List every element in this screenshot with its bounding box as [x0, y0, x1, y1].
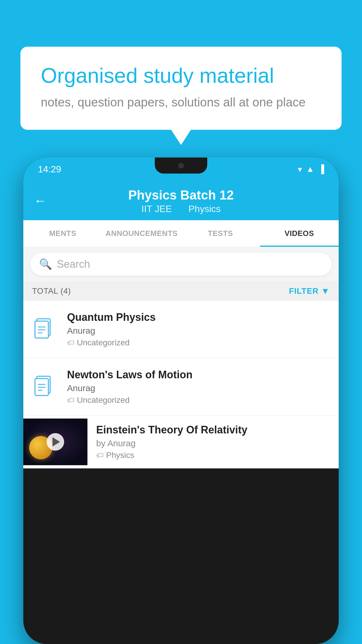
item-title: Quantum Physics [67, 311, 330, 323]
bubble-subtitle: notes, question papers, solutions all at… [41, 95, 321, 109]
list-item[interactable]: Newton's Laws of Motion Anurag 🏷 Uncateg… [23, 358, 339, 416]
play-button[interactable] [47, 433, 64, 451]
item-author: by Anurag [96, 438, 330, 448]
list-item[interactable]: Einstein's Theory Of Relativity by Anura… [23, 416, 339, 468]
header-title: Physics Batch 12 [35, 188, 327, 202]
video-list: Quantum Physics Anurag 🏷 Uncategorized [23, 301, 339, 468]
file-icon [32, 374, 58, 400]
speech-bubble-container: Organised study material notes, question… [20, 47, 342, 130]
battery-icon: ▐ [318, 164, 324, 174]
tab-videos[interactable]: VIDEOS [260, 220, 339, 247]
status-icons: ▾ ▲ ▐ [298, 164, 324, 174]
notch [155, 158, 207, 174]
video-thumbnail [23, 419, 87, 465]
search-placeholder: Search [57, 258, 90, 270]
camera-dot [178, 163, 184, 169]
item-info: Quantum Physics Anurag 🏷 Uncategorized [67, 311, 330, 347]
tag-icon: 🏷 [67, 338, 75, 347]
wifi-icon: ▾ [298, 164, 302, 174]
search-icon: 🔍 [39, 258, 52, 270]
filter-row: TOTAL (4) FILTER ▼ [23, 281, 339, 301]
tab-tests[interactable]: TESTS [181, 220, 260, 247]
app-header: ← Physics Batch 12 IIT JEE Physics [23, 181, 339, 220]
speech-bubble: Organised study material notes, question… [20, 47, 342, 130]
tag-icon: 🏷 [67, 396, 75, 405]
signal-icon: ▲ [306, 164, 314, 174]
item-info: Newton's Laws of Motion Anurag 🏷 Uncateg… [67, 369, 330, 405]
list-item[interactable]: Quantum Physics Anurag 🏷 Uncategorized [23, 301, 339, 358]
back-button[interactable]: ← [34, 193, 47, 208]
item-author: Anurag [67, 383, 330, 393]
tag-icon: 🏷 [96, 451, 104, 460]
phone-content: 🔍 Search TOTAL (4) FILTER ▼ [23, 247, 339, 468]
play-icon [52, 437, 60, 447]
item-tag: 🏷 Uncategorized [67, 396, 330, 405]
filter-icon: ▼ [321, 286, 330, 296]
bubble-title: Organised study material [41, 64, 321, 87]
status-time: 14:29 [38, 164, 61, 175]
header-subtitle: IIT JEE Physics [35, 204, 327, 214]
item-info: Einstein's Theory Of Relativity by Anura… [96, 416, 330, 468]
phone-frame: 14:29 ▾ ▲ ▐ ← Physics Batch 12 IIT JEE P… [23, 158, 339, 644]
tabs: MENTS ANNOUNCEMENTS TESTS VIDEOS [23, 220, 339, 247]
item-tag: 🏷 Physics [96, 451, 330, 460]
total-count-label: TOTAL (4) [32, 286, 71, 296]
search-bar[interactable]: 🔍 Search [30, 253, 332, 276]
header-subtitle-part1: IIT JEE [141, 204, 172, 214]
item-tag: 🏷 Uncategorized [67, 338, 330, 347]
header-subtitle-part2: Physics [188, 204, 220, 214]
item-title: Einstein's Theory Of Relativity [96, 424, 330, 436]
filter-button[interactable]: FILTER ▼ [289, 286, 330, 296]
file-icon [32, 316, 58, 342]
status-bar: 14:29 ▾ ▲ ▐ [23, 158, 339, 181]
item-author: Anurag [67, 326, 330, 336]
tab-ments[interactable]: MENTS [23, 220, 102, 247]
tab-announcements[interactable]: ANNOUNCEMENTS [102, 220, 181, 247]
item-title: Newton's Laws of Motion [67, 369, 330, 381]
